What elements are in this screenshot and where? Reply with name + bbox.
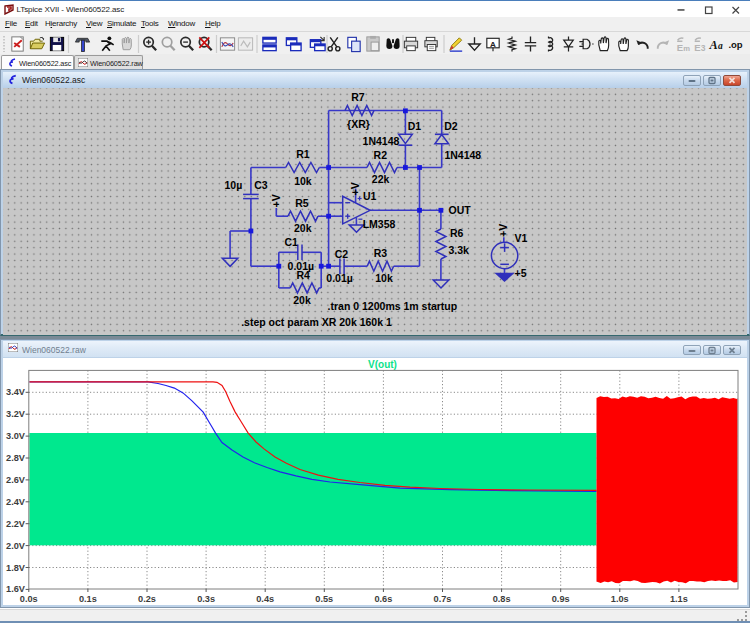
svg-text:E: E <box>677 42 683 53</box>
svg-text:R3: R3 <box>374 247 388 259</box>
svg-text:.tran 0 1200ms 1m startup: .tran 0 1200ms 1m startup <box>328 300 458 312</box>
svg-text:A: A <box>490 40 496 49</box>
svg-text:0.5s: 0.5s <box>315 593 333 603</box>
svg-text:A: A <box>708 38 717 52</box>
svg-text:2.4V: 2.4V <box>6 496 26 506</box>
svg-text:C3: C3 <box>254 179 268 191</box>
svg-text:1.0s: 1.0s <box>611 593 629 603</box>
svg-text:V1: V1 <box>514 232 527 244</box>
svg-text:1N4148: 1N4148 <box>363 135 400 147</box>
svg-text:R2: R2 <box>374 149 388 161</box>
svg-text:.step oct param XR 20k 160k 1: .step oct param XR 20k 160k 1 <box>241 316 392 328</box>
svg-text:1.8V: 1.8V <box>6 562 26 572</box>
svg-text:R6: R6 <box>450 227 464 239</box>
svg-text:0.3s: 0.3s <box>197 593 215 603</box>
svg-text:C1: C1 <box>284 236 298 248</box>
svg-text:R5: R5 <box>295 197 309 209</box>
svg-text:2.0V: 2.0V <box>6 540 26 550</box>
svg-text:3.2V: 3.2V <box>6 409 26 419</box>
svg-text:2.2V: 2.2V <box>6 518 26 528</box>
svg-text:10k: 10k <box>294 175 312 187</box>
svg-text:0.2s: 0.2s <box>138 593 156 603</box>
svg-text:OUT: OUT <box>449 204 472 216</box>
svg-text:22k: 22k <box>372 173 390 185</box>
svg-text:R7: R7 <box>351 91 365 103</box>
svg-text:LM358: LM358 <box>363 218 396 230</box>
svg-text:3.0V: 3.0V <box>6 431 26 441</box>
svg-text:10µ: 10µ <box>225 179 243 191</box>
svg-text:E: E <box>694 42 700 53</box>
svg-text:{XR}: {XR} <box>347 118 370 130</box>
svg-text:C2: C2 <box>335 248 349 260</box>
svg-text:D1: D1 <box>408 120 422 132</box>
svg-text:D2: D2 <box>444 120 458 132</box>
svg-text:0.4s: 0.4s <box>256 593 274 603</box>
svg-text:+5: +5 <box>515 267 527 279</box>
svg-text:0.0s: 0.0s <box>20 593 38 603</box>
svg-text:R4: R4 <box>296 269 310 281</box>
svg-text:R1: R1 <box>296 148 310 160</box>
svg-text:+V: +V <box>497 224 509 237</box>
svg-text:0.01µ: 0.01µ <box>326 272 353 284</box>
svg-text:0.9s: 0.9s <box>552 593 570 603</box>
svg-text:3: 3 <box>701 43 706 53</box>
svg-text:.op: .op <box>728 39 742 50</box>
svg-text:m: m <box>683 44 690 53</box>
svg-text:0.1s: 0.1s <box>79 593 97 603</box>
svg-text:0.7s: 0.7s <box>434 593 452 603</box>
svg-text:1.1s: 1.1s <box>670 593 688 603</box>
svg-text:20k: 20k <box>294 222 312 234</box>
svg-text:+V: +V <box>349 182 361 195</box>
svg-text:0.8s: 0.8s <box>493 593 511 603</box>
svg-text:V(out): V(out) <box>368 358 397 369</box>
svg-text:2.6V: 2.6V <box>6 474 26 484</box>
svg-text:3.3k: 3.3k <box>448 244 469 256</box>
svg-text:0.6s: 0.6s <box>374 593 392 603</box>
svg-text:+V: +V <box>270 194 282 207</box>
svg-text:3.4V: 3.4V <box>6 387 26 397</box>
svg-text:10k: 10k <box>375 272 393 284</box>
svg-text:1N4148: 1N4148 <box>444 149 481 161</box>
svg-text:20k: 20k <box>293 294 311 306</box>
svg-text:U1: U1 <box>363 190 377 202</box>
svg-text:2.8V: 2.8V <box>6 453 26 463</box>
svg-text:a: a <box>718 41 723 51</box>
